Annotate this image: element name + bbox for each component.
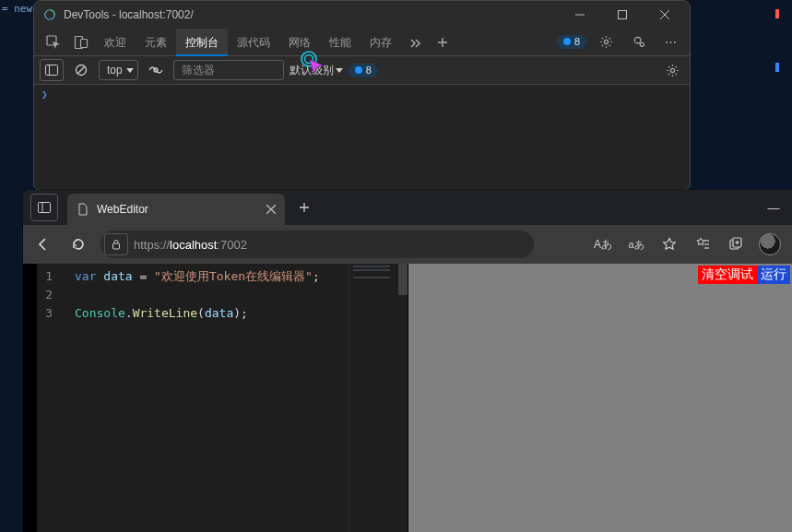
site-info-lock-icon[interactable] — [104, 233, 128, 255]
reader-mode-icon[interactable]: Aあ — [593, 234, 613, 254]
clear-debug-button[interactable]: 清空调试 — [698, 266, 757, 284]
url-host: localhost — [170, 238, 217, 252]
browser-tab[interactable]: WebEditor — [67, 194, 285, 225]
context-selector[interactable]: top — [99, 60, 138, 80]
context-label: top — [107, 64, 123, 77]
window-minimize-button[interactable] — [559, 1, 601, 29]
tab-memory[interactable]: 内存 — [361, 29, 401, 56]
console-prompt[interactable]: ❯ — [34, 85, 690, 104]
window-maximize-button[interactable] — [601, 1, 644, 29]
run-button[interactable]: 运行 — [757, 266, 790, 284]
code-line: Console.WriteLine(data); — [75, 304, 349, 323]
inspect-element-icon[interactable] — [40, 29, 67, 56]
code-editor[interactable]: 1 2 3 var data = "欢迎使用Token在线编辑器"; Conso… — [23, 264, 408, 532]
browser-toolbar: https://localhost:7002 Aあ aあ — [23, 225, 792, 264]
editor-minimap[interactable] — [349, 264, 398, 532]
back-button[interactable] — [30, 231, 56, 257]
svg-rect-13 — [46, 65, 58, 76]
tab-welcome[interactable]: 欢迎 — [95, 29, 136, 56]
background-marker-blue — [775, 63, 779, 72]
tab-console[interactable]: 控制台 — [176, 29, 228, 56]
console-settings-gear-icon[interactable] — [660, 59, 684, 81]
background-marker-red — [775, 9, 779, 18]
devtools-title: DevTools - localhost:7002/ — [64, 8, 194, 21]
tabs-overflow-chevron-icon[interactable] — [401, 29, 429, 56]
svg-rect-7 — [81, 39, 88, 47]
tab-performance[interactable]: 性能 — [320, 29, 361, 56]
feedback-icon[interactable] — [625, 29, 653, 56]
close-tab-icon[interactable] — [266, 205, 276, 214]
favorites-star-icon[interactable] — [659, 234, 680, 254]
tab-network[interactable]: 网络 — [279, 29, 320, 56]
line-number: 1 — [37, 267, 53, 286]
code-line: var data = "欢迎使用Token在线编辑器"; — [75, 267, 349, 286]
favorites-bar-icon[interactable] — [692, 234, 713, 254]
browser-tabstrip: WebEditor ― — [23, 190, 792, 225]
tab-actions-icon[interactable] — [30, 194, 58, 221]
svg-point-18 — [670, 68, 674, 72]
tab-elements[interactable]: 元素 — [136, 29, 176, 56]
background-code-fragment: = new — [2, 3, 32, 15]
filter-input[interactable] — [173, 60, 284, 80]
live-expression-icon[interactable] — [144, 59, 168, 81]
svg-line-16 — [77, 66, 85, 74]
output-panel: 清空调试 运行 — [408, 264, 792, 532]
line-number: 2 — [37, 286, 53, 304]
log-level-label: 默认级别 — [290, 63, 334, 78]
scrollbar-thumb[interactable] — [398, 264, 408, 295]
clear-console-icon[interactable] — [69, 59, 93, 81]
settings-gear-icon[interactable] — [592, 29, 620, 56]
chevron-down-icon — [126, 68, 134, 73]
console-output[interactable]: ❯ — [34, 85, 690, 190]
more-menu-icon[interactable]: ⋯ — [658, 35, 684, 49]
svg-rect-2 — [619, 11, 627, 19]
line-number: 3 — [37, 304, 53, 323]
address-bar[interactable]: https://localhost:7002 — [100, 231, 534, 258]
line-gutter: 1 2 3 — [23, 264, 64, 532]
code-line — [75, 286, 349, 304]
devtools-icon — [43, 8, 56, 21]
window-minimize-button[interactable]: ― — [761, 195, 786, 220]
console-toolbar: top 默认级别 8 — [34, 56, 690, 85]
url-text: https://localhost:7002 — [134, 238, 247, 252]
minimap-content — [353, 266, 390, 267]
tab-sources[interactable]: 源代码 — [228, 29, 279, 56]
svg-rect-25 — [113, 243, 120, 249]
code-content[interactable]: var data = "欢迎使用Token在线编辑器"; Console.Wri… — [64, 264, 349, 532]
toolbar-issues-badge[interactable]: 8 — [349, 64, 378, 77]
collections-icon[interactable] — [726, 234, 746, 254]
toggle-sidebar-icon[interactable] — [40, 59, 64, 81]
editor-scrollbar[interactable] — [398, 264, 408, 532]
svg-point-11 — [634, 37, 641, 43]
url-port: :7002 — [217, 238, 247, 252]
chevron-down-icon — [336, 68, 343, 73]
device-toolbar-icon[interactable] — [67, 29, 95, 56]
svg-point-10 — [604, 40, 608, 43]
devtools-tabstrip: 欢迎 元素 控制台 源代码 网络 性能 内存 8 ⋯ — [34, 29, 690, 56]
svg-point-12 — [640, 42, 644, 46]
add-tab-icon[interactable] — [429, 29, 456, 56]
tab-title: WebEditor — [97, 203, 148, 216]
window-close-button[interactable] — [644, 1, 686, 29]
translate-icon[interactable]: aあ — [626, 234, 646, 254]
page-icon — [77, 203, 89, 216]
profile-avatar[interactable] — [759, 233, 781, 255]
page-viewport: 1 2 3 var data = "欢迎使用Token在线编辑器"; Conso… — [23, 264, 792, 532]
issues-badge[interactable]: 8 — [557, 35, 586, 49]
new-tab-button[interactable] — [290, 194, 318, 221]
devtools-window: DevTools - localhost:7002/ 欢迎 元素 控制台 源代码… — [33, 0, 691, 191]
log-level-selector[interactable]: 默认级别 — [290, 63, 343, 78]
refresh-button[interactable] — [65, 231, 91, 257]
browser-window: WebEditor ― https://localhost:7002 — [23, 190, 792, 532]
devtools-titlebar[interactable]: DevTools - localhost:7002/ — [34, 1, 690, 29]
svg-rect-19 — [39, 203, 51, 213]
url-scheme: https:// — [134, 238, 170, 252]
